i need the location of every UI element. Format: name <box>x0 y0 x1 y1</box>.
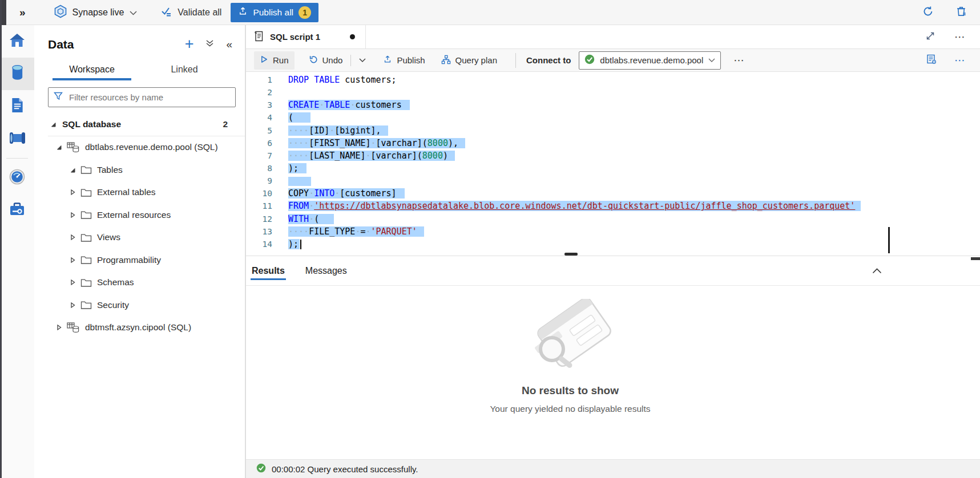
tree-item-tables[interactable]: Tables <box>34 159 245 181</box>
editor-more-icon[interactable]: ⋯ <box>954 55 965 66</box>
code-token: ); <box>288 163 299 173</box>
connect-to-dropdown[interactable]: dbtlabs.revenue.demo.pool <box>579 51 721 70</box>
resource-tree: SQL database2dbtlabs.revenue.demo.pool (… <box>34 113 245 339</box>
code-line-12[interactable]: 12WITH·( <box>246 213 980 225</box>
collapse-results-icon[interactable] <box>872 266 882 276</box>
line-number: 14 <box>246 238 272 250</box>
sql-script-icon <box>254 30 264 44</box>
left-nav-rail <box>0 25 34 478</box>
run-button[interactable]: Run <box>254 51 295 70</box>
tree-item-schemas[interactable]: Schemas <box>34 272 245 294</box>
validate-all-button[interactable]: Validate all <box>161 6 221 19</box>
nav-home[interactable] <box>0 25 34 58</box>
tab-more-icon[interactable]: ⋯ <box>954 31 965 42</box>
double-chevron-right-icon[interactable]: » <box>19 7 26 18</box>
tab-sql-script-1[interactable]: SQL script 1 <box>246 25 366 48</box>
line-number: 2 <box>246 86 272 99</box>
data-panel-tabs: Workspace Linked <box>46 61 245 80</box>
filter-input[interactable] <box>68 92 230 103</box>
integrate-icon <box>9 131 26 148</box>
publish-all-button[interactable]: Publish all 1 <box>231 3 318 22</box>
publish-all-label: Publish all <box>253 7 293 18</box>
status-text: 00:00:02 Query executed successfully. <box>272 464 418 474</box>
code-line-7[interactable]: 7····[LAST_NAME]·[varchar](8000) <box>246 149 980 162</box>
nav-develop[interactable] <box>0 90 34 123</box>
code-token: FILE_TYPE <box>309 226 355 237</box>
code-line-14[interactable]: 14); <box>246 238 980 250</box>
tab-workspace[interactable]: Workspace <box>46 61 138 80</box>
folder-icon <box>80 165 92 175</box>
panel-actions: + « <box>185 37 232 52</box>
publish-button[interactable]: Publish <box>377 51 430 70</box>
code-line-13[interactable]: 13····FILE_TYPE·=·'PARQUET' <box>246 225 980 238</box>
toolbar-more-icon[interactable]: ⋯ <box>733 55 744 66</box>
script-settings-icon[interactable] <box>926 54 937 67</box>
folder-icon <box>80 300 92 310</box>
double-chevron-down-icon[interactable] <box>205 39 214 50</box>
nav-integrate[interactable] <box>0 123 34 155</box>
selection-highlight: WITH·( <box>288 214 334 224</box>
expanded-triangle-icon <box>49 120 57 128</box>
discard-all-icon[interactable] <box>955 5 967 20</box>
selection-highlight: ); <box>288 239 300 249</box>
run-options-dropdown[interactable] <box>353 51 372 70</box>
code-line-5[interactable]: 5····[ID]·[bigint], <box>246 124 980 137</box>
tree-item-label: Views <box>97 232 120 242</box>
code-token: · <box>309 214 314 224</box>
toolbar-right-actions: ⋯ <box>926 54 965 67</box>
tree-item-external-resources[interactable]: External resources <box>34 204 245 226</box>
expand-editor-icon[interactable] <box>926 31 935 43</box>
code-line-8[interactable]: 8); <box>246 162 980 175</box>
nav-monitor[interactable] <box>0 161 34 194</box>
code-line-9[interactable]: 9 <box>246 175 980 187</box>
code-line-10[interactable]: 10COPY·INTO·[customers] <box>246 187 980 200</box>
refresh-icon[interactable] <box>922 5 934 20</box>
tree-item-security[interactable]: Security <box>34 294 245 317</box>
code-line-2[interactable]: 2 <box>246 86 980 99</box>
tree-item-external-tables[interactable]: External tables <box>34 181 245 204</box>
tree-item-dbtlabs-revenue-demo-pool-sql-[interactable]: dbtlabs.revenue.demo.pool (SQL) <box>34 136 245 159</box>
code-token: [bigint], <box>334 125 381 136</box>
code-token: TABLE <box>324 100 350 110</box>
tree-item-sql-database[interactable]: SQL database2 <box>34 113 245 136</box>
mode-switcher[interactable]: Synapse live <box>54 5 138 21</box>
folder-icon <box>80 210 92 220</box>
tree-item-views[interactable]: Views <box>34 226 245 249</box>
no-results-state: No results to show Your query yielded no… <box>246 299 894 414</box>
line-number: 4 <box>246 111 272 124</box>
nav-data[interactable] <box>0 58 34 90</box>
code-token: DROP <box>288 75 309 85</box>
collapsed-triangle-icon <box>68 278 76 286</box>
chevron-down-icon[interactable] <box>130 7 137 18</box>
scrollbar-marker[interactable] <box>888 227 890 253</box>
panel-drag-dash[interactable] <box>971 257 980 260</box>
code-token: · <box>371 138 376 148</box>
undo-button[interactable]: Undo <box>303 51 349 70</box>
code-token: 8000 <box>428 138 448 148</box>
code-token: ···· <box>288 151 309 161</box>
nav-manage[interactable] <box>0 194 34 226</box>
tree-item-label: dbtlabs.revenue.demo.pool (SQL) <box>85 142 218 152</box>
query-plan-button[interactable]: Query plan <box>435 51 503 70</box>
code-line-4[interactable]: 4( <box>246 111 980 124</box>
collapse-panel-icon[interactable]: « <box>226 38 232 51</box>
code-token: ···· <box>288 138 309 148</box>
code-line-6[interactable]: 6····[FIRST_NAME]·[varchar](8000), <box>246 137 980 149</box>
add-resource-icon[interactable]: + <box>185 37 194 52</box>
tree-item-programmability[interactable]: Programmability <box>34 249 245 272</box>
code-line-1[interactable]: 1DROP TABLE customers; <box>246 74 980 86</box>
tab-linked[interactable]: Linked <box>138 61 231 80</box>
code-token: FROM <box>288 201 309 211</box>
tab-results[interactable]: Results <box>251 258 286 284</box>
tree-item-label: Programmability <box>97 255 161 265</box>
run-label: Run <box>273 55 289 65</box>
code-editor[interactable]: 1DROP TABLE customers;23CREATE·TABLE·cus… <box>246 72 980 256</box>
tree-item-dbtmsft-azsyn-cipool-sql-[interactable]: dbtmsft.azsyn.cipool (SQL) <box>34 317 245 339</box>
code-line-3[interactable]: 3CREATE·TABLE·customers <box>246 99 980 111</box>
code-line-11[interactable]: 11FROM·'https://dbtlabsynapsedatalake.bl… <box>246 200 980 212</box>
unsaved-changes-dot <box>350 34 355 39</box>
tab-messages[interactable]: Messages <box>304 258 348 284</box>
folder-icon <box>80 278 92 287</box>
selection-highlight: COPY·INTO·[customers] <box>288 188 405 199</box>
undo-label: Undo <box>322 55 343 65</box>
